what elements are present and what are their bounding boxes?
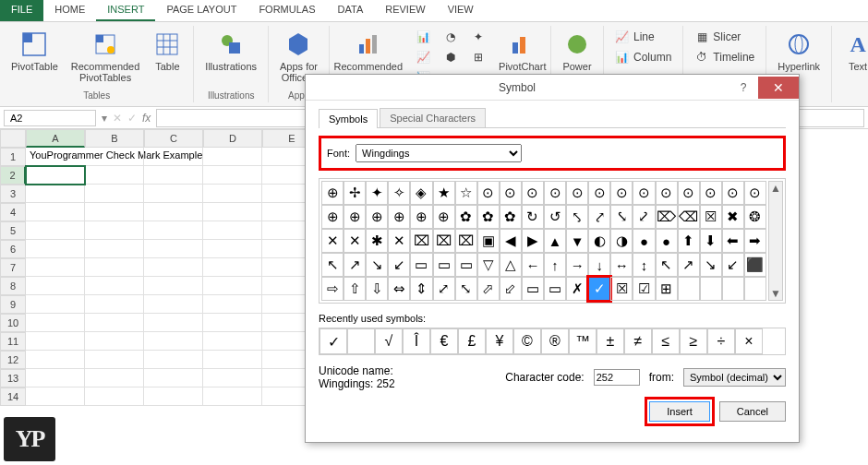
- symbol-cell[interactable]: ↘: [700, 253, 722, 277]
- cell[interactable]: [85, 351, 144, 369]
- recommended-charts-button[interactable]: Recommended: [329, 26, 409, 76]
- recent-symbol[interactable]: ÷: [707, 328, 735, 354]
- cell[interactable]: [85, 369, 144, 388]
- cell[interactable]: [26, 277, 85, 295]
- symbol-cell[interactable]: ⌧: [433, 229, 455, 253]
- recent-symbol[interactable]: ≥: [680, 328, 707, 354]
- symbol-cell[interactable]: ⇕: [410, 277, 432, 301]
- row-header[interactable]: 9: [0, 295, 26, 314]
- column-header[interactable]: D: [203, 129, 262, 148]
- cell[interactable]: [203, 221, 262, 240]
- font-select[interactable]: Wingdings: [356, 144, 522, 162]
- cell[interactable]: [144, 148, 203, 166]
- cell[interactable]: [85, 332, 144, 351]
- symbol-cell[interactable]: ⊙: [744, 181, 766, 205]
- cell[interactable]: [144, 351, 203, 369]
- symbol-cell[interactable]: ▭: [544, 277, 566, 301]
- chart-type-4[interactable]: ◔: [440, 28, 462, 46]
- symbol-cell[interactable]: ⤤: [588, 205, 610, 229]
- symbol-cell[interactable]: ⊕: [410, 205, 432, 229]
- recent-symbol[interactable]: Î: [403, 328, 430, 354]
- symbol-cell[interactable]: ↖: [321, 253, 344, 277]
- symbol-cell[interactable]: ⊙: [700, 181, 722, 205]
- illustrations-button[interactable]: Illustrations: [199, 26, 262, 76]
- ribbon-tab-home[interactable]: HOME: [43, 0, 96, 21]
- symbol-cell[interactable]: ⊙: [500, 181, 522, 205]
- symbol-cell[interactable]: [678, 277, 700, 301]
- symbol-cell[interactable]: ▽: [477, 253, 500, 277]
- symbol-cell[interactable]: ↻: [522, 205, 544, 229]
- symbol-cell[interactable]: ✿: [500, 205, 522, 229]
- cell[interactable]: [26, 221, 85, 240]
- cell[interactable]: [203, 277, 262, 295]
- symbol-cell[interactable]: ▭: [522, 277, 544, 301]
- symbol-cell[interactable]: ⊙: [633, 181, 655, 205]
- symbol-scrollbar[interactable]: ▲▼: [768, 181, 783, 301]
- cell[interactable]: [203, 369, 262, 388]
- ribbon-tab-view[interactable]: VIEW: [437, 0, 485, 21]
- from-select[interactable]: Symbol (decimal): [683, 368, 786, 387]
- symbol-cell[interactable]: ↑: [544, 253, 566, 277]
- row-header[interactable]: 11: [0, 332, 26, 351]
- dialog-close-button[interactable]: ✕: [758, 77, 799, 99]
- symbol-cell[interactable]: ⊙: [522, 181, 544, 205]
- symbol-cell[interactable]: ⊙: [477, 181, 500, 205]
- symbol-cell[interactable]: ↖: [656, 253, 678, 277]
- chart-type-8[interactable]: ⊞: [467, 48, 489, 66]
- symbol-cell[interactable]: ↙: [722, 253, 744, 277]
- cell[interactable]: [26, 351, 85, 369]
- symbol-cell[interactable]: ⇔: [388, 277, 410, 301]
- symbol-cell[interactable]: ⊕: [344, 205, 366, 229]
- ribbon-tab-formulas[interactable]: FORMULAS: [247, 0, 326, 21]
- symbol-cell[interactable]: ✓: [588, 277, 610, 301]
- symbol-cell[interactable]: ↗: [344, 253, 366, 277]
- row-header[interactable]: 12: [0, 351, 26, 369]
- symbol-cell[interactable]: ⇧: [344, 277, 366, 301]
- cell[interactable]: [26, 185, 85, 203]
- cell[interactable]: [26, 314, 85, 332]
- cell[interactable]: [85, 314, 144, 332]
- cell[interactable]: [26, 332, 85, 351]
- symbol-cell[interactable]: ↕: [633, 253, 655, 277]
- symbol-cell[interactable]: ✕: [321, 229, 344, 253]
- symbol-cell[interactable]: ▶: [522, 229, 544, 253]
- cell[interactable]: [203, 388, 262, 406]
- symbol-cell[interactable]: ✿: [477, 205, 500, 229]
- symbol-cell[interactable]: ✦: [366, 181, 388, 205]
- cell[interactable]: [85, 203, 144, 221]
- symbol-cell[interactable]: ⊕: [321, 181, 344, 205]
- recent-symbol[interactable]: ✓: [319, 328, 347, 354]
- cell[interactable]: [144, 314, 203, 332]
- cell[interactable]: [26, 388, 85, 406]
- symbol-cell[interactable]: ▲: [544, 229, 566, 253]
- table-button[interactable]: Table: [147, 26, 187, 76]
- symbol-cell[interactable]: ⬅: [722, 229, 744, 253]
- symbol-cell[interactable]: ⊙: [566, 181, 588, 205]
- recent-symbol[interactable]: ©: [513, 328, 541, 354]
- pivottable-button[interactable]: PivotTable: [6, 26, 64, 76]
- hyperlink-button[interactable]: Hyperlink: [772, 26, 826, 76]
- symbol-cell[interactable]: ✢: [344, 181, 366, 205]
- symbol-cell[interactable]: ▭: [433, 253, 455, 277]
- text-button[interactable]: A Text: [838, 26, 868, 76]
- symbol-cell[interactable]: ⊙: [544, 181, 566, 205]
- symbol-cell[interactable]: ✕: [388, 229, 410, 253]
- recent-symbol[interactable]: ™: [569, 328, 597, 354]
- cell[interactable]: [26, 203, 85, 221]
- symbol-cell[interactable]: ▼: [566, 229, 588, 253]
- symbol-cell[interactable]: ↘: [366, 253, 388, 277]
- ribbon-tab-insert[interactable]: INSERT: [96, 0, 155, 21]
- symbol-cell[interactable]: ▭: [410, 253, 432, 277]
- symbol-cell[interactable]: ✗: [566, 277, 588, 301]
- row-header[interactable]: 8: [0, 277, 26, 295]
- symbol-cell[interactable]: ⊙: [588, 181, 610, 205]
- cell[interactable]: [203, 240, 262, 258]
- row-header[interactable]: 7: [0, 258, 26, 277]
- row-header[interactable]: 3: [0, 185, 26, 203]
- symbol-cell[interactable]: ➡: [744, 229, 766, 253]
- slicer-button[interactable]: ▦Slicer: [691, 28, 758, 46]
- cell[interactable]: [85, 388, 144, 406]
- insert-button[interactable]: Insert: [649, 401, 710, 422]
- cell[interactable]: [203, 295, 262, 314]
- symbol-cell[interactable]: ⤡: [455, 277, 477, 301]
